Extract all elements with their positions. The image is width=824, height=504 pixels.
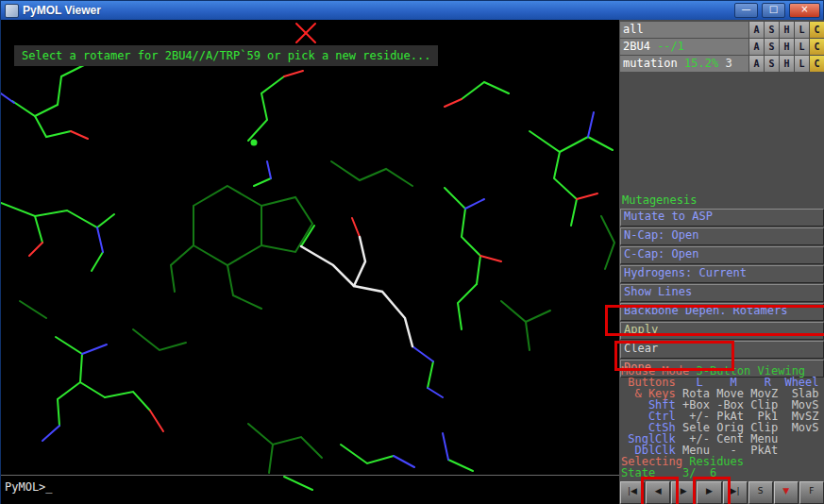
show-button[interactable]: S	[765, 39, 779, 55]
wizard-prompt-message: Select a rotamer for 2BU4//A/TRP`59 or p…	[14, 45, 438, 66]
color-button[interactable]: C	[810, 39, 824, 55]
action-button[interactable]: A	[749, 39, 764, 55]
app-icon	[5, 4, 19, 18]
wizard-item-backbone-rotamers[interactable]: Backbone Depen. Rotamers	[620, 303, 824, 321]
object-name-2bu4[interactable]: 2BU4 --/1	[620, 39, 748, 55]
action-button[interactable]: A	[749, 56, 764, 72]
object-label: mutation	[623, 57, 678, 70]
label-button[interactable]: L	[795, 22, 809, 38]
rotamer-state: 3	[725, 57, 732, 70]
molecule-bonds-white-selected-residue	[301, 237, 412, 346]
molecule-render	[1, 20, 619, 504]
control-sidebar: all A S H L C 2BU4 --/1 A S H L C mutati…	[619, 20, 824, 504]
wizard-item-show-lines[interactable]: Show Lines	[620, 284, 824, 302]
label-button[interactable]: L	[795, 39, 809, 55]
object-label: all	[623, 23, 644, 36]
object-state-info: --/1	[657, 40, 684, 53]
movie-menu-button[interactable]: ▼	[774, 481, 799, 504]
show-button[interactable]: S	[765, 56, 779, 72]
object-row-mutation: mutation 15.2% 3 A S H L C	[620, 56, 824, 72]
maximize-button[interactable]: □	[762, 3, 785, 18]
red-x-marker-icon	[296, 24, 315, 42]
title-bar: PyMOL Viewer — □ ×	[1, 1, 823, 20]
state-indicator-row: State 3/ 6	[621, 467, 824, 479]
label-button[interactable]: L	[795, 56, 809, 72]
molecule-viewport[interactable]: Select a rotamer for 2BU4//A/TRP`59 or p…	[1, 20, 619, 504]
object-list: all A S H L C 2BU4 --/1 A S H L C mutati…	[620, 22, 824, 73]
hide-button[interactable]: H	[780, 56, 794, 72]
object-name-mutation[interactable]: mutation 15.2% 3	[620, 56, 748, 72]
rotamer-frequency: 15.2%	[684, 57, 718, 70]
wizard-item-mutate-to[interactable]: Mutate to ASP	[620, 209, 824, 227]
hide-button[interactable]: H	[780, 22, 794, 38]
object-name-all[interactable]: all	[620, 22, 748, 38]
clear-button[interactable]: Clear	[620, 341, 824, 359]
molecule-bonds-red	[29, 59, 597, 431]
minimize-button[interactable]: —	[734, 3, 758, 18]
movie-next-frame-button[interactable]: ▶	[697, 481, 721, 504]
movie-end-button[interactable]: ▶|	[723, 481, 748, 504]
wizard-item-ccap[interactable]: C-Cap: Open	[620, 246, 824, 264]
movie-playback-bar: |◀ ◀ ▶ ▶ ▶| S ▼ F	[620, 481, 824, 504]
molecule-bonds-green	[1, 65, 613, 490]
movie-fullscreen-button[interactable]: F	[799, 481, 824, 504]
object-row-all: all A S H L C	[620, 22, 824, 38]
color-button[interactable]: C	[810, 56, 824, 72]
movie-start-button[interactable]: |◀	[620, 481, 645, 504]
movie-scene-button[interactable]: S	[748, 481, 773, 504]
hide-button[interactable]: H	[780, 39, 794, 55]
window-title: PyMOL Viewer	[23, 4, 731, 17]
movie-prev-frame-button[interactable]: ◀	[646, 481, 670, 504]
close-button[interactable]: ×	[789, 3, 820, 18]
mutagenesis-wizard-panel: Mutagenesis Mutate to ASP N-Cap: Open C-…	[620, 193, 824, 378]
show-button[interactable]: S	[765, 22, 779, 38]
molecule-bonds-dark-green	[20, 161, 614, 473]
command-line-input[interactable]: PyMOL>_	[1, 475, 619, 504]
object-row-2bu4: 2BU4 --/1 A S H L C	[620, 39, 824, 55]
movie-play-button[interactable]: ▶	[671, 481, 696, 504]
mouse-mode-panel: Mouse Mode 3-Button Viewing Buttons L M …	[621, 365, 824, 479]
object-label: 2BU4	[623, 40, 650, 53]
wizard-title: Mutagenesis	[620, 193, 824, 208]
wizard-item-hydrogens[interactable]: Hydrogens: Current	[620, 265, 824, 283]
color-button[interactable]: C	[810, 22, 824, 38]
apply-button[interactable]: Apply	[620, 322, 824, 340]
wizard-item-ncap[interactable]: N-Cap: Open	[620, 227, 824, 245]
pymol-window: PyMOL Viewer — □ ×	[0, 0, 824, 504]
action-button[interactable]: A	[749, 22, 764, 38]
molecule-bonds-blue	[1, 93, 594, 467]
